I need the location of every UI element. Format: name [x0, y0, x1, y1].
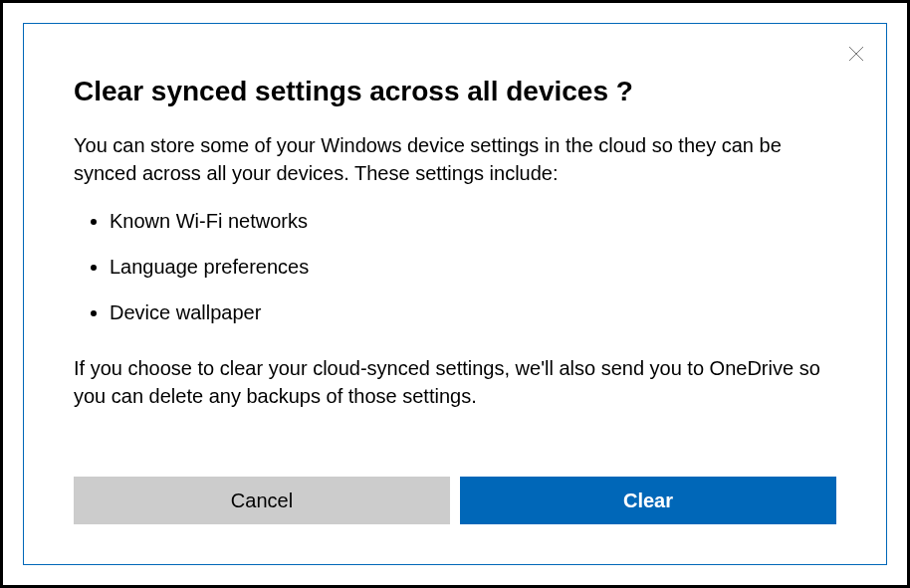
- dialog-intro-text: You can store some of your Windows devic…: [74, 131, 836, 187]
- close-button[interactable]: [846, 44, 866, 64]
- list-item: Device wallpaper: [110, 298, 836, 326]
- cancel-button[interactable]: Cancel: [74, 477, 450, 524]
- list-item: Known Wi-Fi networks: [110, 207, 836, 235]
- dialog-title: Clear synced settings across all devices…: [74, 76, 836, 107]
- confirmation-dialog: Clear synced settings across all devices…: [23, 23, 887, 565]
- clear-button[interactable]: Clear: [460, 477, 836, 524]
- dialog-footer-text: If you choose to clear your cloud-synced…: [74, 354, 836, 410]
- list-item: Language preferences: [110, 253, 836, 281]
- close-icon: [848, 46, 864, 62]
- button-row: Cancel Clear: [74, 477, 836, 524]
- window-frame: Clear synced settings across all devices…: [0, 0, 910, 588]
- settings-list: Known Wi-Fi networks Language preference…: [74, 207, 836, 326]
